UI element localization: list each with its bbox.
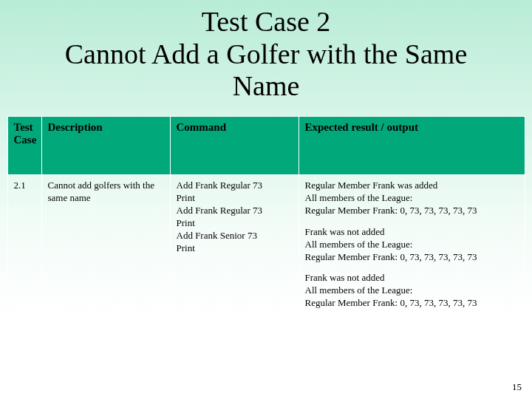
cell-expected: Regular Member Frank was added All membe…: [299, 175, 525, 315]
expected-line: All members of the League:: [305, 192, 413, 203]
expected-line: All members of the League:: [305, 284, 413, 296]
cell-command: Add Frank Regular 73 Print Add Frank Reg…: [170, 175, 299, 315]
expected-line: Regular Member Frank: 0, 73, 73, 73, 73,…: [305, 205, 477, 216]
command-line: Print: [177, 217, 293, 230]
expected-line: Regular Member Frank: 0, 73, 73, 73, 73,…: [305, 251, 477, 262]
cell-description: Cannot add golfers with the same name: [41, 175, 170, 315]
command-line: Add Frank Senior 73: [177, 230, 293, 242]
command-line: Print: [177, 242, 293, 255]
page-number: 15: [512, 381, 522, 393]
command-line: Add Frank Regular 73: [177, 205, 293, 217]
command-line: Add Frank Regular 73: [177, 180, 293, 192]
title-line-3: Name: [233, 70, 300, 101]
header-expected: Expected result / output: [299, 117, 525, 175]
expected-block: Frank was not added All members of the L…: [305, 272, 519, 310]
header-description: Description: [41, 117, 170, 175]
expected-line: Regular Member Frank: 0, 73, 73, 73, 73,…: [305, 297, 477, 308]
title-line-2: Cannot Add a Golfer with the Same: [65, 38, 468, 69]
slide: Test Case 2 Cannot Add a Golfer with the…: [0, 0, 532, 399]
cell-test-case: 2.1: [7, 175, 41, 315]
expected-line: All members of the League:: [305, 239, 413, 250]
header-command: Command: [170, 117, 299, 175]
expected-line: Frank was not added: [305, 226, 385, 237]
expected-block: Regular Member Frank was added All membe…: [305, 180, 519, 217]
expected-line: Regular Member Frank was added: [305, 180, 438, 191]
expected-block: Frank was not added All members of the L…: [305, 226, 519, 264]
header-test-case: Test Case: [7, 117, 41, 175]
command-line: Print: [177, 192, 293, 205]
table-row: 2.1 Cannot add golfers with the same nam…: [7, 175, 525, 315]
title-line-1: Test Case 2: [202, 6, 331, 37]
test-case-table: Test Case Description Command Expected r…: [7, 116, 525, 315]
slide-title: Test Case 2 Cannot Add a Golfer with the…: [0, 0, 532, 116]
table-header-row: Test Case Description Command Expected r…: [7, 117, 525, 175]
expected-line: Frank was not added: [305, 272, 385, 283]
